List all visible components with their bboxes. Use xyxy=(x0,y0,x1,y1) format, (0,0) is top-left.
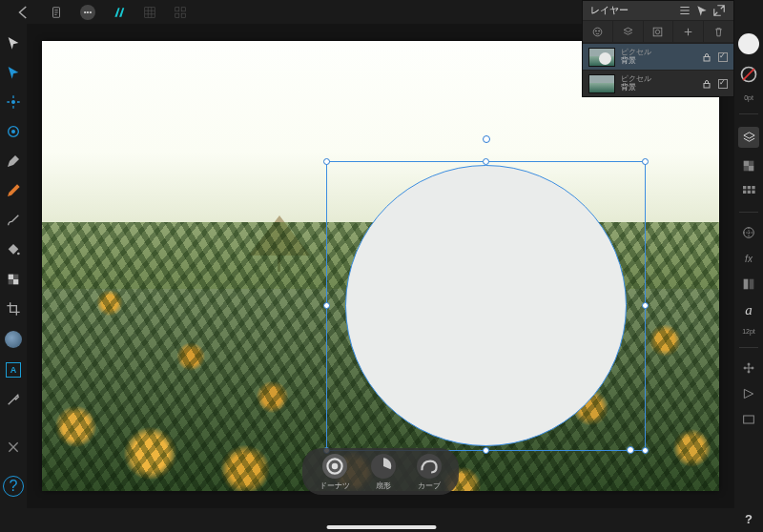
svg-rect-30 xyxy=(750,279,754,290)
font-size-label: 12pt xyxy=(742,328,755,335)
history-studio-icon[interactable] xyxy=(741,386,756,401)
svg-point-36 xyxy=(593,28,602,36)
layer-mask-button[interactable] xyxy=(644,21,674,42)
svg-point-15 xyxy=(333,464,337,468)
fx-studio-icon[interactable]: fx xyxy=(741,251,756,266)
lock-icon[interactable] xyxy=(701,78,712,90)
svg-rect-27 xyxy=(752,191,754,194)
handle-ml[interactable] xyxy=(323,302,330,309)
shape-control-point[interactable] xyxy=(627,446,634,454)
layer-thumbnail xyxy=(588,48,615,67)
layers-header: レイヤー xyxy=(583,1,733,20)
text-studio-icon[interactable]: a xyxy=(741,302,756,317)
svg-rect-21 xyxy=(749,166,753,171)
text-frame-tool[interactable]: A xyxy=(6,362,21,378)
svg-rect-41 xyxy=(704,56,710,61)
layer-tag-button[interactable] xyxy=(583,21,613,42)
context-help-button[interactable]: ? xyxy=(3,476,24,497)
pen-tool[interactable] xyxy=(6,153,21,169)
fill-tool[interactable] xyxy=(6,242,21,257)
rotate-handle[interactable] xyxy=(483,135,490,143)
transform-studio-icon[interactable] xyxy=(741,360,756,376)
navigator-studio-icon[interactable] xyxy=(741,412,756,427)
crop-tool[interactable] xyxy=(6,301,21,317)
svg-point-9 xyxy=(17,253,20,256)
close-context-icon[interactable] xyxy=(6,440,21,455)
stroke-swatch[interactable] xyxy=(739,65,758,84)
svg-rect-42 xyxy=(704,83,710,88)
svg-rect-20 xyxy=(744,166,749,171)
handle-mr[interactable] xyxy=(642,302,649,309)
move-tool[interactable] xyxy=(6,35,21,51)
color-studio-icon[interactable] xyxy=(741,158,756,174)
selection-box[interactable] xyxy=(326,161,646,451)
divider xyxy=(739,212,758,213)
document[interactable] xyxy=(42,41,719,491)
curve-label: カーブ xyxy=(418,481,441,491)
visibility-checkbox[interactable] xyxy=(718,52,728,62)
shape-options-bar: ドーナツ 扇形 カーブ xyxy=(302,448,459,495)
svg-rect-22 xyxy=(743,186,746,189)
persona-icon[interactable] xyxy=(113,6,126,19)
layers-panel: レイヤー ピクセル 背景 ピクセル 背景 xyxy=(582,0,734,97)
svg-rect-29 xyxy=(744,279,749,290)
divider xyxy=(739,113,758,114)
layer-delete-button[interactable] xyxy=(704,21,733,42)
adjustments-icon[interactable] xyxy=(741,225,756,240)
layers-expand-icon[interactable] xyxy=(712,4,726,17)
right-toolbar: 0pt fx a 12pt ? xyxy=(734,24,763,532)
help-button[interactable]: ? xyxy=(745,512,753,526)
layer-row[interactable]: ピクセル 背景 xyxy=(583,70,733,96)
layer-name: ピクセル 背景 xyxy=(621,75,695,92)
shape-option-fan[interactable]: 扇形 xyxy=(371,454,396,491)
lock-icon[interactable] xyxy=(701,51,712,63)
node-tool[interactable] xyxy=(6,65,21,80)
svg-rect-19 xyxy=(749,161,753,166)
layers-studio-button[interactable] xyxy=(738,127,759,148)
shape-option-curve[interactable]: カーブ xyxy=(417,454,442,491)
layers-preview-icon[interactable] xyxy=(695,4,709,17)
layers-toolbar xyxy=(583,20,733,43)
pencil-tool[interactable] xyxy=(6,183,21,198)
snap-icon[interactable] xyxy=(174,6,187,19)
handle-tr[interactable] xyxy=(642,158,649,165)
fill-swatch[interactable] xyxy=(738,33,759,54)
svg-point-33 xyxy=(748,363,750,365)
svg-rect-12 xyxy=(9,279,13,284)
shape-option-donut[interactable]: ドーナツ xyxy=(320,454,350,491)
grid-icon[interactable] xyxy=(143,6,156,19)
swatches-studio-icon[interactable] xyxy=(741,184,756,199)
svg-point-37 xyxy=(595,30,596,31)
document-icon[interactable] xyxy=(50,6,63,19)
home-indicator xyxy=(327,525,437,529)
transparency-tool[interactable] xyxy=(6,272,21,287)
handle-tm[interactable] xyxy=(483,158,489,165)
visibility-checkbox[interactable] xyxy=(718,79,728,89)
shapes-tool[interactable] xyxy=(5,331,22,348)
handle-tl[interactable] xyxy=(323,158,330,165)
corner-tool[interactable] xyxy=(6,124,21,139)
svg-point-40 xyxy=(656,30,660,33)
layer-arrange-button[interactable] xyxy=(613,21,644,42)
more-menu-button[interactable]: ••• xyxy=(80,5,95,20)
handle-br[interactable] xyxy=(642,447,649,454)
svg-rect-11 xyxy=(13,275,18,279)
left-toolbar: A ? xyxy=(0,24,27,508)
back-button[interactable] xyxy=(15,4,32,21)
brush-tool[interactable] xyxy=(6,213,21,228)
fan-label: 扇形 xyxy=(376,481,391,491)
layers-menu-icon[interactable] xyxy=(678,4,691,17)
layer-thumbnail xyxy=(588,74,615,93)
svg-rect-23 xyxy=(748,186,751,189)
help-glyph: ? xyxy=(10,478,18,495)
svg-rect-35 xyxy=(744,416,754,423)
color-picker-tool[interactable] xyxy=(6,392,21,407)
styles-studio-icon[interactable] xyxy=(741,276,756,292)
svg-rect-26 xyxy=(748,191,751,194)
svg-rect-10 xyxy=(9,275,13,279)
layer-add-button[interactable] xyxy=(673,21,704,42)
point-transform-tool[interactable] xyxy=(6,94,21,110)
layer-row-selected[interactable]: ピクセル 背景 xyxy=(583,43,733,70)
svg-rect-18 xyxy=(744,161,749,166)
handle-bm[interactable] xyxy=(483,447,489,454)
